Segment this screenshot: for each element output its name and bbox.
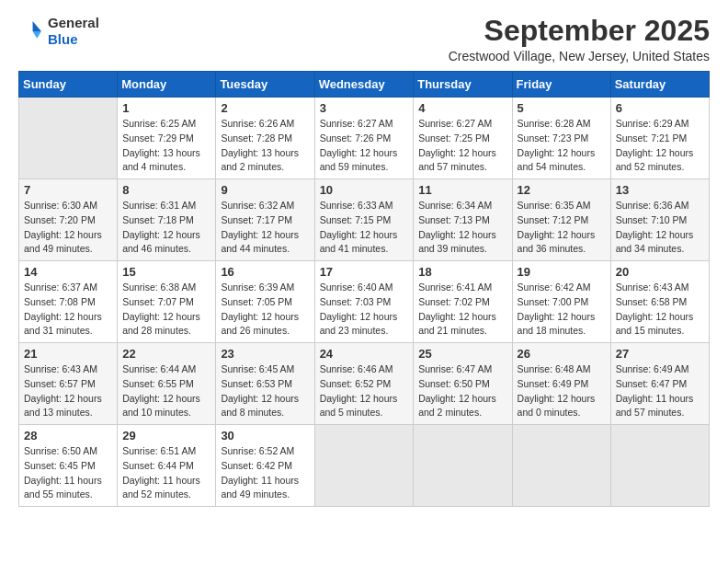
day-info: Sunrise: 6:27 AMSunset: 7:25 PMDaylight:…: [418, 117, 506, 175]
day-number: 21: [24, 347, 112, 361]
day-cell: 5Sunrise: 6:28 AMSunset: 7:23 PMDaylight…: [512, 98, 610, 179]
day-info: Sunrise: 6:26 AMSunset: 7:28 PMDaylight:…: [221, 117, 309, 175]
day-number: 18: [418, 265, 506, 279]
day-cell: 8Sunrise: 6:31 AMSunset: 7:18 PMDaylight…: [118, 179, 216, 261]
day-info: Sunrise: 6:35 AMSunset: 7:12 PMDaylight:…: [518, 199, 606, 257]
day-info: Sunrise: 6:42 AMSunset: 7:00 PMDaylight:…: [518, 281, 606, 339]
header-monday: Monday: [118, 72, 216, 98]
day-cell: 20Sunrise: 6:43 AMSunset: 6:58 PMDayligh…: [610, 261, 709, 343]
day-cell: 22Sunrise: 6:44 AMSunset: 6:55 PMDayligh…: [118, 343, 216, 425]
day-number: 14: [24, 265, 112, 279]
day-cell: 6Sunrise: 6:29 AMSunset: 7:21 PMDaylight…: [610, 98, 709, 179]
day-cell: 3Sunrise: 6:27 AMSunset: 7:26 PMDaylight…: [314, 98, 414, 179]
day-cell: 27Sunrise: 6:49 AMSunset: 6:47 PMDayligh…: [610, 343, 709, 425]
day-cell: 19Sunrise: 6:42 AMSunset: 7:00 PMDayligh…: [512, 261, 610, 343]
day-info: Sunrise: 6:45 AMSunset: 6:53 PMDaylight:…: [221, 362, 309, 420]
day-info: Sunrise: 6:32 AMSunset: 7:17 PMDaylight:…: [221, 199, 309, 257]
day-number: 6: [616, 101, 704, 115]
logo-text: General Blue: [48, 15, 99, 48]
day-info: Sunrise: 6:25 AMSunset: 7:29 PMDaylight:…: [122, 117, 210, 175]
day-number: 12: [518, 183, 606, 197]
day-number: 5: [518, 101, 606, 115]
day-number: 1: [122, 101, 210, 115]
day-info: Sunrise: 6:40 AMSunset: 7:03 PMDaylight:…: [320, 281, 409, 339]
day-cell: 25Sunrise: 6:47 AMSunset: 6:50 PMDayligh…: [414, 343, 512, 425]
day-cell: [414, 425, 512, 507]
day-cell: 21Sunrise: 6:43 AMSunset: 6:57 PMDayligh…: [19, 343, 118, 425]
day-info: Sunrise: 6:43 AMSunset: 6:58 PMDaylight:…: [616, 281, 704, 339]
day-cell: 2Sunrise: 6:26 AMSunset: 7:28 PMDaylight…: [216, 98, 314, 179]
week-row-3: 14Sunrise: 6:37 AMSunset: 7:08 PMDayligh…: [19, 261, 710, 343]
header-friday: Friday: [512, 72, 610, 98]
day-cell: [314, 425, 414, 507]
day-cell: 24Sunrise: 6:46 AMSunset: 6:52 PMDayligh…: [314, 343, 414, 425]
day-info: Sunrise: 6:47 AMSunset: 6:50 PMDaylight:…: [418, 362, 506, 420]
day-info: Sunrise: 6:37 AMSunset: 7:08 PMDaylight:…: [24, 281, 112, 339]
day-number: 4: [418, 101, 506, 115]
day-number: 9: [221, 183, 309, 197]
day-number: 13: [616, 183, 704, 197]
day-cell: 30Sunrise: 6:52 AMSunset: 6:42 PMDayligh…: [216, 425, 314, 507]
page-header: General Blue September 2025 Crestwood Vi…: [18, 15, 710, 63]
day-cell: [19, 98, 118, 179]
week-row-4: 21Sunrise: 6:43 AMSunset: 6:57 PMDayligh…: [19, 343, 710, 425]
day-cell: 7Sunrise: 6:30 AMSunset: 7:20 PMDaylight…: [19, 179, 118, 261]
day-number: 22: [122, 347, 210, 361]
day-cell: 4Sunrise: 6:27 AMSunset: 7:25 PMDaylight…: [414, 98, 512, 179]
day-info: Sunrise: 6:41 AMSunset: 7:02 PMDaylight:…: [418, 281, 506, 339]
day-cell: 15Sunrise: 6:38 AMSunset: 7:07 PMDayligh…: [118, 261, 216, 343]
header-tuesday: Tuesday: [216, 72, 314, 98]
day-info: Sunrise: 6:27 AMSunset: 7:26 PMDaylight:…: [320, 117, 409, 175]
day-info: Sunrise: 6:31 AMSunset: 7:18 PMDaylight:…: [122, 199, 210, 257]
page-subtitle: Crestwood Village, New Jersey, United St…: [449, 49, 710, 63]
week-row-2: 7Sunrise: 6:30 AMSunset: 7:20 PMDaylight…: [19, 179, 710, 261]
logo: General Blue: [18, 15, 99, 48]
day-info: Sunrise: 6:44 AMSunset: 6:55 PMDaylight:…: [122, 362, 210, 420]
day-number: 19: [518, 265, 606, 279]
title-block: September 2025 Crestwood Village, New Je…: [449, 15, 710, 63]
day-cell: 1Sunrise: 6:25 AMSunset: 7:29 PMDaylight…: [118, 98, 216, 179]
day-cell: 13Sunrise: 6:36 AMSunset: 7:10 PMDayligh…: [610, 179, 709, 261]
day-info: Sunrise: 6:48 AMSunset: 6:49 PMDaylight:…: [518, 362, 606, 420]
page-title: September 2025: [449, 15, 710, 47]
day-cell: 10Sunrise: 6:33 AMSunset: 7:15 PMDayligh…: [314, 179, 414, 261]
day-number: 15: [122, 265, 210, 279]
week-row-1: 1Sunrise: 6:25 AMSunset: 7:29 PMDaylight…: [19, 98, 710, 179]
day-cell: 26Sunrise: 6:48 AMSunset: 6:49 PMDayligh…: [512, 343, 610, 425]
day-info: Sunrise: 6:43 AMSunset: 6:57 PMDaylight:…: [24, 362, 112, 420]
day-cell: 18Sunrise: 6:41 AMSunset: 7:02 PMDayligh…: [414, 261, 512, 343]
day-info: Sunrise: 6:50 AMSunset: 6:45 PMDaylight:…: [24, 444, 112, 502]
day-info: Sunrise: 6:51 AMSunset: 6:44 PMDaylight:…: [122, 444, 210, 502]
day-number: 17: [320, 265, 409, 279]
header-wednesday: Wednesday: [314, 72, 414, 98]
day-info: Sunrise: 6:34 AMSunset: 7:13 PMDaylight:…: [418, 199, 506, 257]
day-cell: 28Sunrise: 6:50 AMSunset: 6:45 PMDayligh…: [19, 425, 118, 507]
day-number: 24: [320, 347, 409, 361]
day-info: Sunrise: 6:29 AMSunset: 7:21 PMDaylight:…: [616, 117, 704, 175]
day-number: 25: [418, 347, 506, 361]
calendar-table: SundayMondayTuesdayWednesdayThursdayFrid…: [18, 71, 710, 507]
day-number: 16: [221, 265, 309, 279]
day-number: 11: [418, 183, 506, 197]
header-thursday: Thursday: [414, 72, 512, 98]
day-info: Sunrise: 6:49 AMSunset: 6:47 PMDaylight:…: [616, 362, 704, 420]
day-cell: 14Sunrise: 6:37 AMSunset: 7:08 PMDayligh…: [19, 261, 118, 343]
day-info: Sunrise: 6:39 AMSunset: 7:05 PMDaylight:…: [221, 281, 309, 339]
day-info: Sunrise: 6:30 AMSunset: 7:20 PMDaylight:…: [24, 199, 112, 257]
day-number: 2: [221, 101, 309, 115]
day-cell: 16Sunrise: 6:39 AMSunset: 7:05 PMDayligh…: [216, 261, 314, 343]
day-number: 7: [24, 183, 112, 197]
svg-marker-0: [33, 21, 41, 31]
day-number: 20: [616, 265, 704, 279]
day-number: 26: [518, 347, 606, 361]
day-cell: 17Sunrise: 6:40 AMSunset: 7:03 PMDayligh…: [314, 261, 414, 343]
day-info: Sunrise: 6:33 AMSunset: 7:15 PMDaylight:…: [320, 199, 409, 257]
header-saturday: Saturday: [610, 72, 709, 98]
day-number: 8: [122, 183, 210, 197]
day-cell: 23Sunrise: 6:45 AMSunset: 6:53 PMDayligh…: [216, 343, 314, 425]
day-cell: 29Sunrise: 6:51 AMSunset: 6:44 PMDayligh…: [118, 425, 216, 507]
day-number: 10: [320, 183, 409, 197]
day-cell: 12Sunrise: 6:35 AMSunset: 7:12 PMDayligh…: [512, 179, 610, 261]
day-number: 28: [24, 429, 112, 442]
svg-marker-1: [33, 31, 41, 39]
